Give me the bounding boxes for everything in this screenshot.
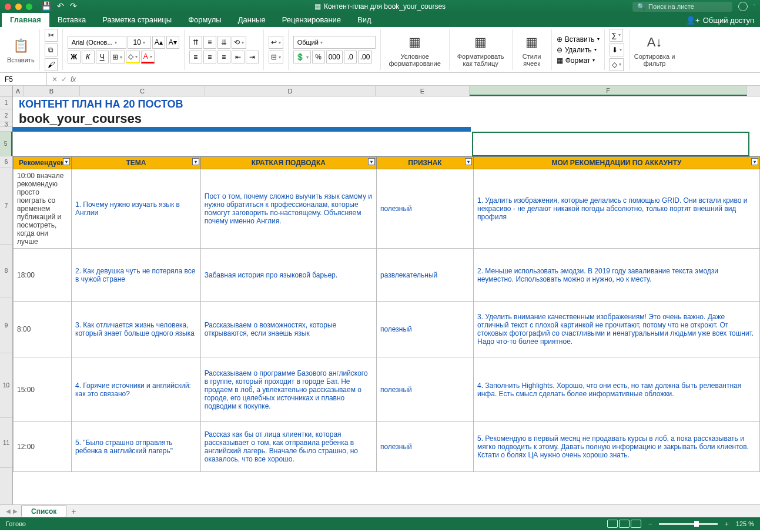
- tab-insert[interactable]: Вставка: [49, 12, 94, 27]
- cut-icon[interactable]: ✂: [45, 29, 58, 42]
- align-left-icon[interactable]: ≡: [189, 51, 202, 63]
- col-header-D[interactable]: D: [205, 86, 376, 96]
- view-break-icon[interactable]: [631, 520, 641, 528]
- col-header-E[interactable]: E: [376, 86, 470, 96]
- cell-time[interactable]: 10:00 вначале рекомендую просто поиграть…: [14, 169, 72, 249]
- row-header[interactable]: 8: [0, 245, 12, 297]
- cell-time[interactable]: 8:00: [14, 302, 72, 357]
- view-normal-icon[interactable]: [607, 520, 618, 528]
- conditional-format-button[interactable]: ▦ Условное форматирование: [386, 33, 444, 67]
- fx-icon[interactable]: fx: [71, 75, 76, 83]
- zoom-out-button[interactable]: −: [648, 520, 652, 527]
- cell-rec[interactable]: 3. Уделить внимание качественным изображ…: [474, 302, 760, 357]
- merge-button[interactable]: ⊟: [269, 51, 283, 63]
- col-header-F[interactable]: F: [470, 86, 747, 96]
- maximize-window-button[interactable]: [26, 4, 32, 10]
- filter-icon[interactable]: ▾: [751, 158, 758, 165]
- increase-decimal-icon[interactable]: .0: [344, 51, 357, 63]
- copy-icon[interactable]: ⧉: [45, 44, 58, 56]
- cell-rec[interactable]: 5. Рекомендую в первый месяц не продават…: [474, 422, 760, 472]
- row-header[interactable]: 1: [0, 96, 12, 109]
- cell-rec[interactable]: 2. Меньше использовать эмодзи. В 2019 го…: [474, 249, 760, 302]
- row-header[interactable]: 3: [0, 122, 12, 127]
- undo-icon[interactable]: ↶: [57, 1, 64, 11]
- fill-icon[interactable]: ⬇: [610, 44, 624, 56]
- cell-topic[interactable]: 5. "Было страшно отправлять ребенка в ан…: [72, 422, 201, 472]
- save-icon[interactable]: 💾: [41, 1, 51, 11]
- tab-data[interactable]: Данные: [230, 12, 274, 27]
- cell-tag[interactable]: полезный: [376, 422, 473, 472]
- tab-review[interactable]: Рецензирование: [274, 12, 349, 27]
- cell-summary[interactable]: Рассказываем о программе Базового англий…: [200, 357, 376, 422]
- cell-summary[interactable]: Рассказываем о возможностях, которые отк…: [200, 302, 376, 357]
- paste-button[interactable]: 📋 Вставить: [7, 36, 35, 63]
- format-painter-icon[interactable]: 🖌: [45, 58, 58, 71]
- cell-summary[interactable]: Рассказ как бы от лица клиентки, которая…: [200, 422, 376, 472]
- select-all-corner[interactable]: [0, 86, 13, 96]
- ribbon-collapse-icon[interactable]: ˇ: [754, 4, 755, 9]
- delete-cells-label[interactable]: Удалить: [565, 46, 592, 54]
- sheet-tab[interactable]: Список: [21, 506, 66, 517]
- format-cells-label[interactable]: Формат: [565, 56, 591, 65]
- row-header[interactable]: 11: [0, 418, 12, 468]
- cell-time[interactable]: 18:00: [14, 249, 72, 302]
- row-header[interactable]: 2: [0, 109, 12, 122]
- cell-summary[interactable]: Пост о том, почему сложно выучить язык с…: [200, 169, 376, 249]
- sort-filter-button[interactable]: А↓ Сортировка и фильтр: [634, 33, 675, 67]
- feedback-icon[interactable]: [738, 2, 748, 11]
- align-middle-icon[interactable]: ≡: [203, 36, 216, 49]
- cell-tag[interactable]: полезный: [376, 357, 473, 422]
- filter-icon[interactable]: ▾: [192, 158, 199, 165]
- increase-font-icon[interactable]: A▴: [152, 36, 165, 49]
- format-cells-icon[interactable]: ▦: [557, 56, 563, 65]
- row-header[interactable]: 9: [0, 297, 12, 353]
- filter-icon[interactable]: ▾: [465, 158, 472, 165]
- cell-topic[interactable]: 2. Как девушка чуть не потеряла все в чу…: [72, 249, 201, 302]
- bold-button[interactable]: Ж: [68, 51, 81, 63]
- cell-reference-input[interactable]: F5: [0, 73, 47, 85]
- table-row[interactable]: 18:002. Как девушка чуть не потеряла все…: [14, 249, 760, 302]
- table-row[interactable]: 8:003. Как отличается жизнь человека, ко…: [14, 302, 760, 357]
- add-sheet-button[interactable]: +: [66, 507, 81, 516]
- cell-tag[interactable]: развлекательный: [376, 249, 473, 302]
- table-row[interactable]: 10:00 вначале рекомендую просто поиграть…: [14, 169, 760, 249]
- cell-styles-button[interactable]: ▦ Стили ячеек: [517, 33, 547, 67]
- font-size-select[interactable]: 10: [128, 36, 151, 49]
- percent-icon[interactable]: %: [312, 51, 325, 63]
- row-header[interactable]: 7: [0, 168, 12, 245]
- currency-icon[interactable]: 💲: [293, 51, 311, 63]
- increase-indent-icon[interactable]: ⇥: [246, 51, 259, 63]
- cell-topic[interactable]: 4. Горячие источники и английский: как э…: [72, 357, 201, 422]
- align-bottom-icon[interactable]: ⇊: [217, 36, 230, 49]
- sheet-nav-first-icon[interactable]: ◀: [6, 508, 11, 514]
- clear-icon[interactable]: ◇: [610, 58, 624, 71]
- underline-button[interactable]: Ч: [96, 51, 109, 63]
- insert-cells-label[interactable]: Вставить: [565, 35, 595, 44]
- cell-topic[interactable]: 1. Почему нужно изучать язык в Англии: [72, 169, 201, 249]
- align-top-icon[interactable]: ⇈: [189, 36, 202, 49]
- view-layout-icon[interactable]: [619, 520, 630, 528]
- tab-view[interactable]: Вид: [349, 12, 380, 27]
- decrease-indent-icon[interactable]: ⇤: [232, 51, 245, 63]
- col-header-A[interactable]: A: [13, 86, 24, 96]
- fill-color-button[interactable]: ◇: [126, 51, 140, 63]
- filter-icon[interactable]: ▾: [368, 158, 375, 165]
- cell-topic[interactable]: 3. Как отличается жизнь человека, которы…: [72, 302, 201, 357]
- format-as-table-button[interactable]: ▦ Форматировать как таблицу: [454, 33, 507, 67]
- delete-cells-icon[interactable]: ⊖: [557, 46, 563, 54]
- cancel-formula-icon[interactable]: ✕: [52, 75, 58, 83]
- cell-rec[interactable]: 1. Удалить изображения, которые делались…: [474, 169, 760, 249]
- borders-button[interactable]: ⊞: [110, 51, 125, 63]
- zoom-slider[interactable]: [659, 523, 718, 525]
- sheet-nav-last-icon[interactable]: ▶: [13, 508, 18, 514]
- row-header[interactable]: 10: [0, 353, 12, 418]
- table-row[interactable]: 15:004. Горячие источники и английский: …: [14, 357, 760, 422]
- confirm-formula-icon[interactable]: ✓: [61, 75, 67, 83]
- tab-layout[interactable]: Разметка страницы: [94, 12, 180, 27]
- cell-tag[interactable]: полезный: [376, 302, 473, 357]
- insert-cells-icon[interactable]: ⊕: [557, 35, 563, 44]
- thousands-icon[interactable]: 000: [326, 51, 343, 63]
- wrap-text-button[interactable]: ↩: [269, 36, 283, 49]
- row-header[interactable]: 5: [0, 132, 12, 156]
- search-input[interactable]: 🔍 Поиск на листе: [632, 2, 732, 12]
